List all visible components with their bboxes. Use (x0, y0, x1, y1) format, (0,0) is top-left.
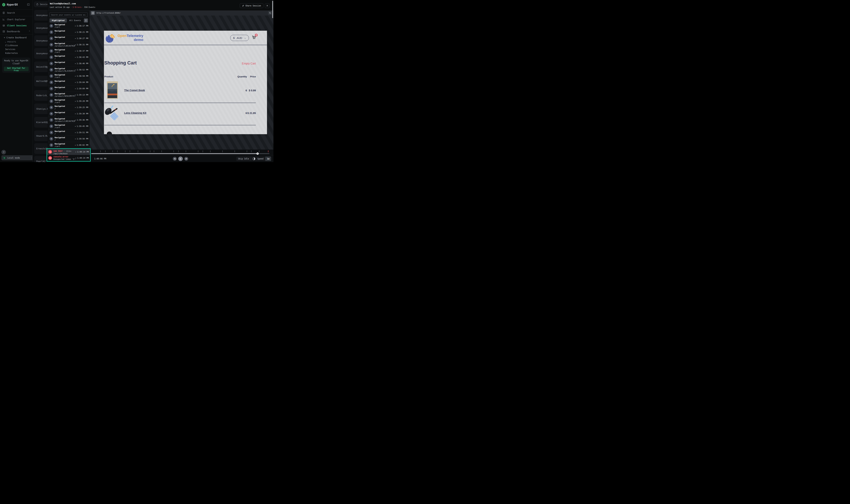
sidebar-item-clickhouse[interactable]: Clickhouse (0, 43, 32, 47)
event-row-navigated[interactable]: Navigated / ▶ 1:39:04 PM (48, 79, 90, 86)
event-row-navigated[interactable]: Navigated /cart ▶ 1:38:37 PM (48, 48, 90, 54)
play-marker-icon[interactable]: ▶ (75, 113, 76, 114)
toggle-icon (253, 157, 255, 160)
share-session-button[interactable]: Share Session (240, 3, 263, 8)
event-row-navigated[interactable]: Navigated /product/OLJCESPC7Z ▶ 1:38:52 … (48, 67, 90, 73)
event-time: 1:38:31 PM (77, 43, 88, 46)
event-path: /product/6E92ZMYYFZ (55, 95, 75, 97)
http-request-error-icon (48, 150, 52, 154)
event-path: /product/L9ECAV7KIM (55, 45, 75, 47)
demo-header: OpenTelemetry demo $ AUD ⌄ 4 (104, 31, 267, 45)
create-dashboard-button[interactable]: + Create Dashboard (0, 35, 32, 39)
play-marker-icon[interactable]: ▶ (75, 132, 76, 133)
event-row-500-post[interactable]: 500 POST · 162ms /api/checkout ▶ 1:40:14… (47, 149, 90, 155)
play-marker-icon[interactable]: ▶ (76, 157, 76, 159)
timeline-track[interactable] (91, 153, 270, 154)
play-marker-icon[interactable]: ▶ (75, 63, 76, 64)
event-row-navigated[interactable]: Navigated /cart ▶ 1:38:58 PM (48, 73, 90, 79)
replayed-webpage: OpenTelemetry demo $ AUD ⌄ 4 Shopping Ca… (104, 31, 267, 134)
event-row-navigated[interactable]: Navigated / ▶ 1:39:30 PM (48, 111, 90, 117)
empty-cart-link[interactable]: Empty Cart (242, 62, 256, 65)
play-marker-icon[interactable]: ▶ (75, 120, 76, 121)
tab-all-events[interactable]: All Events (68, 18, 83, 22)
play-marker-icon[interactable]: ▶ (75, 38, 76, 39)
play-marker-icon[interactable]: ▶ (75, 69, 76, 71)
replay-timeline[interactable] (89, 149, 274, 155)
local-mode-menu[interactable]: U Local mode › (1, 155, 34, 160)
event-title: Navigated (55, 30, 75, 32)
timeline-scrubber-handle[interactable] (256, 152, 259, 155)
sidebar-item-chart-explorer[interactable]: Chart Explorer (0, 16, 32, 23)
play-marker-icon[interactable]: ▶ (75, 126, 76, 127)
column-quantity: Quantity (237, 75, 247, 78)
play-marker-icon[interactable]: ▶ (75, 138, 76, 140)
sidebar-item-kubernetes[interactable]: Kubernetes (0, 51, 32, 54)
event-row-navigated[interactable]: Navigated / ▶ 1:39:25 PM (48, 104, 90, 111)
collapse-panel-button[interactable] (84, 18, 88, 22)
play-marker-icon[interactable]: ▶ (75, 144, 76, 146)
rewind-button[interactable]: ⟲ (173, 157, 177, 161)
location-pin-icon (50, 118, 53, 122)
event-row-navigated[interactable]: Navigated /product/6E92ZMYYFZ ▶ 1:39:13 … (48, 92, 90, 98)
event-message: Unexpected token 'I'… (53, 158, 76, 160)
event-row-console-error[interactable]: console.error Unexpected token 'I'… ▶ 1:… (47, 155, 90, 161)
event-row-navigated[interactable]: Navigated / ▶ 1:38:43 PM (48, 54, 90, 60)
event-row-navigated[interactable]: Navigated / ▶ 1:38:46 PM (48, 60, 90, 67)
play-marker-icon[interactable]: ▶ (75, 57, 76, 58)
forward-button[interactable]: ⟳ (184, 157, 188, 161)
sidebar-item-search[interactable]: Search (0, 10, 32, 16)
event-title: Navigated (55, 80, 75, 83)
play-marker-icon[interactable]: ▶ (75, 88, 76, 89)
event-title: Navigated (55, 55, 75, 57)
event-row-navigated[interactable]: Navigated / ▶ 1:39:51 PM (48, 129, 90, 136)
play-marker-icon[interactable]: ▶ (75, 25, 76, 27)
play-marker-icon[interactable]: ▶ (75, 101, 76, 102)
play-marker-icon[interactable]: ▶ (75, 50, 76, 52)
scrollbar-thumb[interactable] (272, 1, 273, 18)
play-button[interactable]: ▶ (178, 157, 183, 161)
event-row-navigated[interactable]: Navigated / ▶ 1:38:27 PM (48, 35, 90, 42)
event-row-navigated[interactable]: Navigated /product/L9ECAV7KIM ▶ 1:39:36 … (48, 117, 90, 123)
event-title: Navigated (55, 68, 75, 70)
event-row-navigated[interactable]: Navigated / ▶ 1:38:21 PM (48, 29, 90, 35)
copy-url-icon[interactable] (268, 11, 272, 15)
session-meta: Last active 1h ago · 1 Errors · 550 Even… (50, 6, 88, 8)
play-marker-icon[interactable]: ▶ (75, 32, 76, 33)
play-marker-icon[interactable]: ▶ (75, 75, 76, 77)
logo-demo: demo (118, 38, 143, 42)
play-marker-icon[interactable]: ▶ (75, 94, 76, 96)
event-row-navigated[interactable]: Navigated /cart ▶ 1:40:02 PM (48, 142, 90, 148)
product-link[interactable]: Lens Cleaning Kit (124, 111, 146, 114)
location-pin-icon (50, 106, 53, 109)
get-started-button[interactable]: Get Started for Free (4, 67, 29, 71)
location-pin-icon (50, 143, 53, 147)
event-row-navigated[interactable]: Navigated / ▶ 1:39:09 PM (48, 86, 90, 92)
column-product: Product (104, 75, 113, 78)
close-session-button[interactable] (265, 3, 270, 8)
fullscreen-icon[interactable] (91, 11, 95, 15)
event-path: /cart (55, 26, 75, 28)
sidebar-item-services[interactable]: Services (0, 47, 32, 51)
sidebar-item-client-sessions[interactable]: Client Sessions (0, 23, 32, 29)
event-row-navigated[interactable]: Navigated /cart ▶ 1:39:45 PM (48, 123, 90, 129)
event-row-navigated[interactable]: Navigated /cart ▶ 1:38:17 PM (48, 23, 90, 29)
help-button[interactable]: ? (1, 150, 6, 155)
product-link[interactable]: The Comet Book (124, 89, 145, 92)
presets-toggle[interactable]: ⌄ PRESETS (0, 39, 32, 43)
events-search-input[interactable] (50, 12, 88, 17)
page-title: Shopping Cart (104, 60, 137, 66)
play-marker-icon[interactable]: ▶ (75, 82, 76, 83)
sidebar-collapse-icon[interactable] (27, 3, 30, 6)
play-marker-icon[interactable]: ▶ (75, 107, 76, 108)
tab-highlighted[interactable]: Highlighted (50, 18, 67, 22)
event-row-navigated[interactable]: Navigated / ▶ 1:39:56 PM (48, 136, 90, 142)
speed-value-button[interactable]: 1x (265, 157, 271, 161)
event-time: 1:39:56 PM (77, 138, 88, 140)
play-marker-icon[interactable]: ▶ (76, 151, 76, 153)
event-row-navigated[interactable]: Navigated /cart ▶ 1:39:20 PM (48, 98, 90, 104)
play-marker-icon[interactable]: ▶ (75, 44, 76, 46)
currency-select[interactable]: $ AUD ⌄ (230, 35, 249, 41)
event-row-navigated[interactable]: Navigated /product/L9ECAV7KIM ▶ 1:38:31 … (48, 42, 90, 48)
cloud-promo-text: Ready to use HyperDX Cloud? (4, 59, 29, 65)
sidebar-item-dashboards[interactable]: Dashboards ⌃ (0, 29, 32, 35)
